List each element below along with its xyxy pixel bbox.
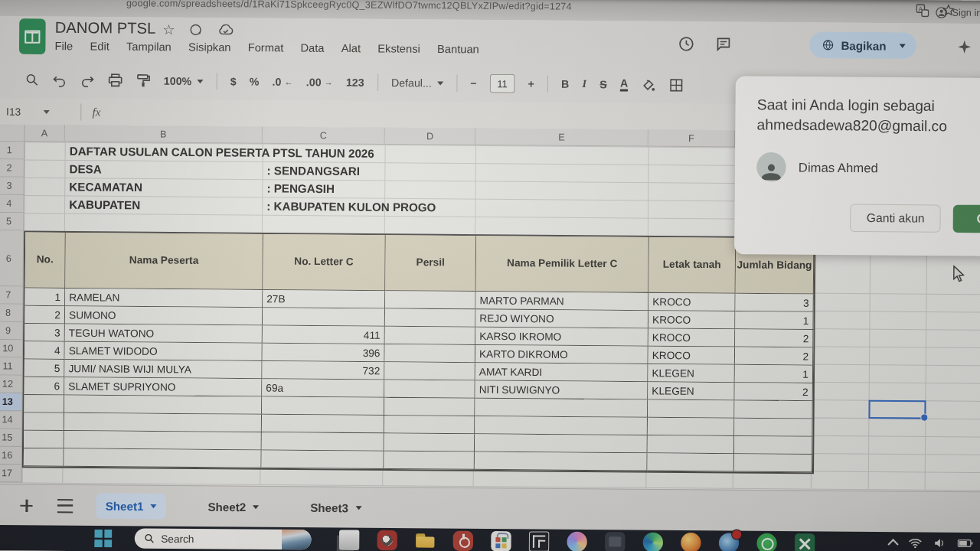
cell-info-value[interactable]: : KABUPATEN KULON PROGO	[266, 197, 436, 217]
row-header-17[interactable]: 17	[0, 465, 22, 483]
table-empty-cell[interactable]	[261, 450, 384, 469]
table-cell-jumlah[interactable]: 2	[735, 347, 813, 366]
row-header-1[interactable]: 1	[0, 142, 24, 160]
table-empty-cell[interactable]	[24, 395, 64, 413]
table-cell-pemilik[interactable]: NITI SUWIGNYO	[475, 380, 648, 399]
row-header-8[interactable]: 8	[0, 304, 23, 322]
table-cell-letter-c[interactable]: 69a	[262, 379, 384, 398]
row-header-4[interactable]: 4	[0, 195, 24, 214]
sheet-tab-sheet3[interactable]: Sheet3	[301, 494, 371, 520]
column-header-D[interactable]: D	[385, 128, 476, 145]
table-cell-nama[interactable]: TEGUH WATONO	[65, 324, 263, 343]
table-cell-no[interactable]: 5	[24, 360, 65, 378]
globe-alert-taskbar-icon[interactable]	[719, 533, 740, 551]
table-cell-nama[interactable]: SLAMET WIDODO	[65, 342, 263, 361]
table-cell-letter-c[interactable]: 732	[262, 361, 384, 380]
ok-button[interactable]: Ok	[953, 205, 980, 233]
battery-icon[interactable]	[957, 539, 972, 548]
table-empty-cell[interactable]	[475, 416, 648, 435]
table-cell-letak[interactable]: KROCO	[648, 328, 736, 347]
excel-taskbar-icon[interactable]	[795, 533, 815, 551]
column-header-A[interactable]: A	[24, 125, 65, 142]
strikethrough-button[interactable]: S	[599, 78, 607, 90]
cell-info-value[interactable]: : SENDANGSARI	[267, 161, 361, 180]
print-icon[interactable]	[108, 73, 122, 87]
table-empty-cell[interactable]	[384, 452, 475, 470]
sheet-tab-caret[interactable]	[253, 505, 259, 509]
table-empty-cell[interactable]	[475, 399, 648, 418]
wifi-icon[interactable]	[909, 538, 922, 548]
cell-info-value[interactable]: : PENGASIH	[266, 179, 335, 197]
browser-sign-in[interactable]: Sign in	[935, 6, 980, 19]
table-cell-no[interactable]: 3	[24, 324, 65, 342]
table-empty-cell[interactable]	[734, 436, 812, 455]
menu-edit[interactable]: Edit	[90, 40, 109, 52]
copilot-taskbar-icon[interactable]	[567, 532, 587, 551]
table-cell-letak[interactable]: KROCO	[648, 311, 736, 329]
table-empty-cell[interactable]	[648, 418, 735, 436]
table-empty-cell[interactable]	[262, 432, 384, 452]
share-button[interactable]: Bagikan	[809, 31, 916, 59]
table-cell-pemilik[interactable]: MARTO PARMAN	[475, 292, 648, 311]
sheet-tab-sheet1[interactable]: Sheet1	[96, 493, 166, 519]
version-history-icon[interactable]	[678, 35, 694, 52]
table-empty-cell[interactable]	[262, 415, 384, 434]
fill-handle[interactable]	[920, 414, 928, 422]
redo-icon[interactable]	[80, 73, 95, 86]
menu-ekstensi[interactable]: Ekstensi	[377, 42, 420, 55]
table-cell-no[interactable]: 1	[24, 288, 65, 306]
cloud-saved-icon[interactable]	[217, 24, 234, 36]
row-header-9[interactable]: 9	[0, 322, 23, 341]
menu-format[interactable]: Format	[248, 41, 284, 54]
table-empty-cell[interactable]	[24, 431, 64, 449]
table-cell-letak[interactable]: KLEGEN	[648, 382, 735, 400]
url-text[interactable]: google.com/spreadsheets/d/1RaKi71Spkceeg…	[126, 0, 572, 12]
search-icon[interactable]	[25, 73, 39, 86]
table-cell-persil[interactable]	[385, 327, 476, 345]
table-cell-letak[interactable]: KLEGEN	[648, 364, 735, 383]
cell-info-label[interactable]: KABUPATEN	[69, 195, 140, 214]
gemini-sparkle-icon[interactable]	[956, 39, 972, 54]
task-view-taskbar-icon[interactable]	[339, 530, 360, 550]
comment-icon[interactable]	[715, 36, 732, 53]
column-header-B[interactable]: B	[65, 125, 263, 143]
row-header-7[interactable]: 7	[0, 286, 24, 305]
table-cell-jumlah[interactable]: 2	[735, 329, 813, 347]
row-header-10[interactable]: 10	[0, 340, 23, 358]
table-cell-letter-c[interactable]: 27B	[263, 290, 385, 309]
store-taskbar-icon[interactable]	[491, 531, 511, 551]
sheets-logo-icon[interactable]	[19, 18, 46, 54]
style-select[interactable]: Defaul...	[391, 77, 443, 90]
table-empty-cell[interactable]	[475, 434, 648, 453]
row-header-6[interactable]: 6	[0, 230, 24, 286]
translate-icon[interactable]: A	[916, 4, 929, 17]
font-size-input[interactable]: 11	[490, 74, 515, 93]
row-header-11[interactable]: 11	[0, 357, 23, 376]
sheet-tab-caret[interactable]	[151, 504, 157, 508]
increase-font-size-button[interactable]: +	[528, 77, 534, 90]
sheet-tab-caret[interactable]	[355, 506, 361, 510]
table-empty-cell[interactable]	[734, 400, 812, 419]
cell-info-label[interactable]: DESA	[69, 160, 101, 178]
number-format-button[interactable]: 123	[346, 76, 364, 88]
table-cell-letter-c[interactable]: 411	[263, 325, 385, 344]
table-header-cell[interactable]: Nama Pemilik Letter C	[476, 236, 649, 293]
table-cell-persil[interactable]	[385, 291, 476, 309]
paint-format-icon[interactable]	[136, 73, 150, 88]
format-currency-button[interactable]: $	[230, 75, 237, 87]
table-empty-cell[interactable]	[384, 398, 475, 416]
row-header-13[interactable]: 13	[0, 393, 23, 412]
grid-corner[interactable]	[0, 125, 24, 142]
table-cell-persil[interactable]	[384, 344, 475, 363]
menu-bantuan[interactable]: Bantuan	[437, 43, 479, 56]
camera-taskbar-icon[interactable]	[377, 530, 397, 551]
tray-chevron-icon[interactable]	[887, 539, 898, 549]
table-cell-persil[interactable]	[384, 380, 475, 399]
table-empty-cell[interactable]	[475, 452, 648, 471]
document-title[interactable]: DANOM PTSL	[55, 19, 156, 37]
windows-start-button[interactable]	[94, 530, 112, 547]
cell-info-label[interactable]: KECAMATAN	[69, 178, 142, 196]
sheet-tab-sheet2[interactable]: Sheet2	[198, 494, 269, 520]
table-cell-jumlah[interactable]: 1	[735, 311, 813, 330]
table-cell-nama[interactable]: JUMI/ NASIB WIJI MULYA	[64, 360, 262, 379]
